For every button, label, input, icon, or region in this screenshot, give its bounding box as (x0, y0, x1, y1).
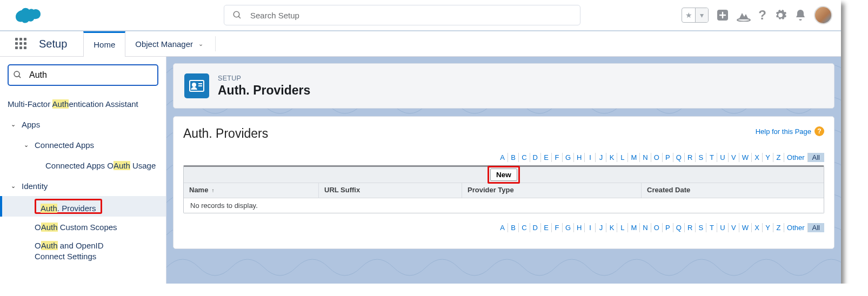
tree-item-connected-apps[interactable]: ⌄ Connected Apps (0, 134, 166, 155)
alpha-letter-F[interactable]: F (552, 153, 563, 162)
plus-icon[interactable] (716, 9, 729, 22)
alpha-letter-K[interactable]: K (606, 223, 617, 232)
alpha-letter-R[interactable]: R (685, 153, 696, 162)
help-link[interactable]: Help for this Page ? (756, 126, 824, 136)
tree-search-input[interactable] (8, 64, 158, 86)
main-content: SETUP Auth. Providers Auth. Providers He… (166, 57, 841, 284)
alpha-letter-M[interactable]: M (628, 153, 640, 162)
alpha-filter-bottom: ABCDEFGHIJKLMNOPQRSTUVWXYZOtherAll (183, 223, 824, 232)
alpha-letter-D[interactable]: D (530, 153, 541, 162)
alpha-letter-L[interactable]: L (617, 153, 628, 162)
svg-line-1 (238, 16, 241, 18)
alpha-filter-top: ABCDEFGHIJKLMNOPQRSTUVWXYZOtherAll (183, 153, 824, 162)
alpha-letter-J[interactable]: J (596, 223, 606, 232)
col-header-name[interactable]: Name↑ (184, 183, 319, 198)
tree-label: Multi-Factor Authentication Assistant (8, 99, 138, 109)
alpha-letter-X[interactable]: X (752, 153, 763, 162)
alpha-letter-R[interactable]: R (685, 223, 696, 232)
alpha-letter-V[interactable]: V (729, 223, 739, 232)
global-search-input[interactable] (224, 5, 580, 25)
alpha-letter-A[interactable]: A (497, 153, 508, 162)
alpha-letter-B[interactable]: B (508, 153, 519, 162)
alpha-letter-O[interactable]: O (651, 153, 663, 162)
app-launcher-icon[interactable] (15, 38, 27, 50)
tree-item-oauth-openid-settings[interactable]: OAuth and OpenID Connect Settings (0, 237, 135, 266)
alpha-letter-W[interactable]: W (739, 223, 752, 232)
alpha-letter-P[interactable]: P (663, 153, 673, 162)
alpha-letter-Q[interactable]: Q (673, 153, 685, 162)
alpha-letter-U[interactable]: U (717, 223, 728, 232)
gear-icon[interactable] (774, 9, 787, 22)
tree-item-auth-providers[interactable]: Auth. Providers (0, 196, 166, 217)
alpha-letter-N[interactable]: N (640, 223, 651, 232)
alpha-letter-S[interactable]: S (696, 223, 706, 232)
alpha-letter-Y[interactable]: Y (763, 223, 773, 232)
col-header-provider-type[interactable]: Provider Type (462, 183, 642, 198)
bell-icon[interactable] (794, 9, 806, 22)
alpha-letter-G[interactable]: G (563, 153, 574, 162)
chevron-down-icon: ⌄ (198, 41, 203, 48)
alpha-letter-W[interactable]: W (739, 153, 752, 162)
alpha-letter-V[interactable]: V (729, 153, 739, 162)
list-title: Auth. Providers (183, 126, 268, 141)
alpha-letter-F[interactable]: F (552, 223, 563, 232)
tree-item-identity[interactable]: ⌄ Identity (0, 176, 166, 196)
chevron-down-icon: ⌄ (24, 142, 31, 149)
tab-object-manager[interactable]: Object Manager⌄ (125, 31, 213, 57)
tree-item-mfa-assistant[interactable]: Multi-Factor Authentication Assistant (0, 93, 166, 114)
alpha-all[interactable]: All (808, 153, 824, 162)
alpha-letter-P[interactable]: P (663, 223, 673, 232)
alpha-letter-I[interactable]: I (585, 153, 596, 162)
tab-home[interactable]: Home (83, 31, 125, 57)
alpha-letter-O[interactable]: O (651, 223, 663, 232)
alpha-letter-B[interactable]: B (508, 223, 519, 232)
alpha-letter-G[interactable]: G (563, 223, 574, 232)
tree-label: OAuth Custom Scopes (35, 223, 117, 232)
alpha-letter-L[interactable]: L (617, 223, 628, 232)
alpha-letter-T[interactable]: T (706, 153, 717, 162)
global-search (224, 5, 580, 25)
help-icon[interactable]: ? (758, 8, 766, 23)
list-view-card: Auth. Providers Help for this Page ? ABC… (173, 116, 834, 249)
header-actions: ★ ▾ ? (682, 6, 832, 24)
tree-item-oauth-custom-scopes[interactable]: OAuth Custom Scopes (0, 217, 166, 237)
alpha-letter-Q[interactable]: Q (673, 223, 685, 232)
alpha-letter-Z[interactable]: Z (773, 223, 784, 232)
col-header-url-suffix[interactable]: URL Suffix (319, 183, 462, 198)
alpha-all[interactable]: All (808, 223, 824, 232)
alpha-letter-A[interactable]: A (497, 223, 508, 232)
alpha-letter-H[interactable]: H (574, 223, 585, 232)
alpha-letter-E[interactable]: E (541, 223, 552, 232)
app-name: Setup (39, 38, 67, 50)
trailhead-icon[interactable] (737, 9, 751, 22)
alpha-letter-J[interactable]: J (596, 153, 606, 162)
tree-label: Apps (22, 120, 40, 129)
alpha-other[interactable]: Other (784, 153, 808, 162)
tree-item-apps[interactable]: ⌄ Apps (0, 114, 166, 134)
alpha-letter-Y[interactable]: Y (763, 153, 773, 162)
svg-point-0 (233, 11, 239, 17)
tree-item-connected-apps-oauth-usage[interactable]: Connected Apps OAuth Usage (0, 155, 166, 176)
avatar[interactable] (814, 6, 832, 24)
alpha-letter-K[interactable]: K (606, 153, 617, 162)
favorites-button[interactable]: ★ ▾ (682, 8, 709, 23)
alpha-letter-C[interactable]: C (519, 153, 530, 162)
alpha-other[interactable]: Other (784, 223, 808, 232)
alpha-letter-N[interactable]: N (640, 153, 651, 162)
alpha-letter-H[interactable]: H (574, 153, 585, 162)
alpha-letter-I[interactable]: I (585, 223, 596, 232)
alpha-letter-U[interactable]: U (717, 153, 728, 162)
alpha-letter-C[interactable]: C (519, 223, 530, 232)
search-icon (13, 70, 22, 81)
alpha-letter-T[interactable]: T (706, 223, 717, 232)
alpha-letter-E[interactable]: E (541, 153, 552, 162)
alpha-letter-Z[interactable]: Z (773, 153, 784, 162)
alpha-letter-M[interactable]: M (628, 223, 640, 232)
alpha-letter-D[interactable]: D (530, 223, 541, 232)
col-header-created-date[interactable]: Created Date (642, 183, 824, 198)
page-title: Auth. Providers (218, 83, 310, 98)
new-button[interactable]: New (490, 169, 517, 181)
svg-point-3 (737, 19, 750, 22)
alpha-letter-S[interactable]: S (696, 153, 706, 162)
alpha-letter-X[interactable]: X (752, 223, 763, 232)
